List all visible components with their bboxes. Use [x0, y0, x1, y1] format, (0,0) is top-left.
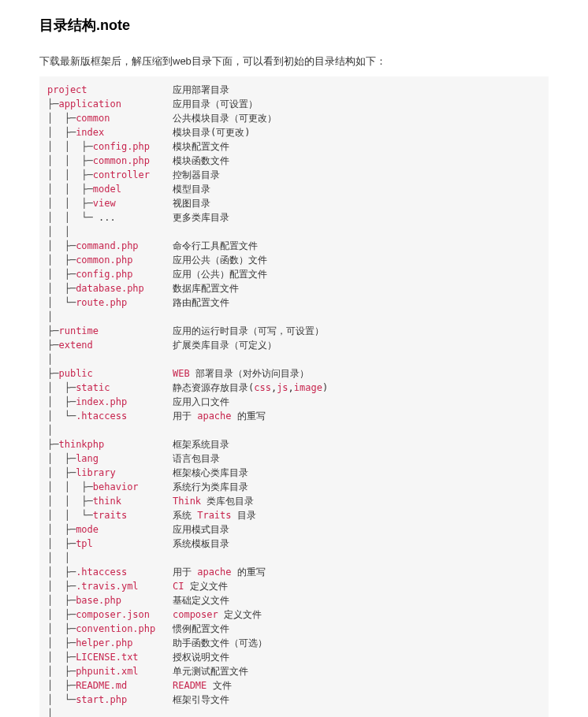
page-title: 目录结构.note: [39, 16, 549, 35]
intro-text: 下载最新版框架后，解压缩到web目录下面，可以看到初始的目录结构如下：: [39, 54, 549, 69]
directory-tree-codeblock: project 应用部署目录├─application 应用目录（可设置）│ ├…: [39, 76, 549, 717]
